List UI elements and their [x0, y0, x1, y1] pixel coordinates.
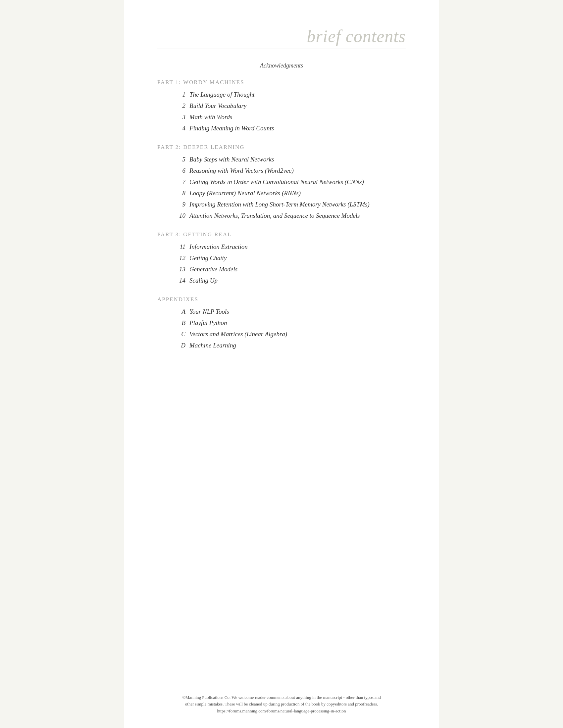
appendix-letter: D	[170, 342, 185, 349]
part3-heading: Part 3: Getting Real	[157, 231, 406, 238]
appendix-title: Machine Learning	[189, 342, 236, 349]
chapter-item: 14 Scaling Up	[170, 275, 406, 286]
chapter-title: Information Extraction	[189, 243, 248, 250]
acknowledgments: Acknowledgments	[157, 62, 406, 69]
chapter-item: 6 Reasoning with Word Vectors (Word2vec)	[170, 165, 406, 176]
appendix-title: Vectors and Matrices (Linear Algebra)	[189, 331, 287, 338]
chapter-num: 2	[170, 102, 185, 110]
chapter-title: Loopy (Recurrent) Neural Networks (RNNs)	[189, 190, 301, 197]
chapter-num: 7	[170, 178, 185, 186]
chapter-item: 13 Generative Models	[170, 264, 406, 275]
appendix-letter: C	[170, 331, 185, 338]
part2-heading: Part 2: Deeper Learning	[157, 144, 406, 151]
chapter-item: 10 Attention Networks, Translation, and …	[170, 210, 406, 221]
appendix-letter: B	[170, 319, 185, 327]
chapter-num: 11	[170, 243, 185, 250]
chapter-item: 5 Baby Steps with Neural Networks	[170, 154, 406, 165]
chapter-item: 11 Information Extraction	[170, 241, 406, 252]
footer-line3: https://forums.manning.com/forums/natura…	[157, 708, 406, 715]
chapter-num: 6	[170, 167, 185, 174]
chapter-item: 1 The Language of Thought	[170, 89, 406, 100]
chapter-num: 5	[170, 156, 185, 163]
chapter-title: Scaling Up	[189, 277, 217, 284]
appendixes-heading: Appendixes	[157, 296, 406, 303]
chapter-title: Reasoning with Word Vectors (Word2vec)	[189, 167, 294, 174]
chapter-title: Finding Meaning in Word Counts	[189, 125, 274, 132]
appendix-item: B Playful Python	[170, 317, 406, 329]
chapter-item: 12 Getting Chatty	[170, 252, 406, 264]
footer-line2: other simple mistakes. These will be cle…	[157, 701, 406, 708]
chapter-num: 4	[170, 125, 185, 132]
appendix-item: C Vectors and Matrices (Linear Algebra)	[170, 329, 406, 340]
footer-line1: ©Manning Publications Co. We welcome rea…	[157, 694, 406, 701]
chapter-title: The Language of Thought	[189, 91, 255, 98]
chapter-item: 7 Getting Words in Order with Convolutio…	[170, 176, 406, 188]
part3-chapter-list: 11 Information Extraction 12 Getting Cha…	[170, 241, 406, 286]
chapter-num: 12	[170, 254, 185, 262]
chapter-title: Getting Words in Order with Convolutiona…	[189, 178, 364, 186]
chapter-title: Improving Retention with Long Short-Term…	[189, 201, 370, 208]
chapter-title: Getting Chatty	[189, 254, 226, 262]
chapter-item: 9 Improving Retention with Long Short-Te…	[170, 199, 406, 210]
chapter-title: Attention Networks, Translation, and Seq…	[189, 212, 360, 219]
chapter-item: 2 Build Your Vocabulary	[170, 100, 406, 112]
appendix-letter: A	[170, 308, 185, 315]
page-title: brief contents	[157, 26, 406, 46]
chapter-num: 8	[170, 190, 185, 197]
appendix-title: Your NLP Tools	[189, 308, 229, 315]
appendix-item: A Your NLP Tools	[170, 306, 406, 317]
part1-heading: Part 1: Wordy Machines	[157, 79, 406, 86]
chapter-num: 10	[170, 212, 185, 219]
chapter-item: 8 Loopy (Recurrent) Neural Networks (RNN…	[170, 188, 406, 199]
appendix-item: D Machine Learning	[170, 340, 406, 351]
chapter-num: 1	[170, 91, 185, 98]
part2-chapter-list: 5 Baby Steps with Neural Networks 6 Reas…	[170, 154, 406, 221]
chapter-num: 14	[170, 277, 185, 284]
chapter-title: Generative Models	[189, 266, 237, 273]
part1-chapter-list: 1 The Language of Thought 2 Build Your V…	[170, 89, 406, 134]
chapter-num: 3	[170, 114, 185, 121]
chapter-num: 13	[170, 266, 185, 273]
chapter-title: Baby Steps with Neural Networks	[189, 156, 274, 163]
footer: ©Manning Publications Co. We welcome rea…	[157, 694, 406, 715]
chapter-num: 9	[170, 201, 185, 208]
chapter-item: 4 Finding Meaning in Word Counts	[170, 123, 406, 134]
chapter-title: Build Your Vocabulary	[189, 102, 246, 110]
appendix-list: A Your NLP Tools B Playful Python C Vect…	[170, 306, 406, 351]
appendix-title: Playful Python	[189, 319, 227, 327]
page: brief contents Acknowledgments Part 1: W…	[124, 0, 439, 728]
chapter-title: Math with Words	[189, 114, 232, 121]
title-rule	[157, 49, 406, 49]
chapter-item: 3 Math with Words	[170, 112, 406, 123]
